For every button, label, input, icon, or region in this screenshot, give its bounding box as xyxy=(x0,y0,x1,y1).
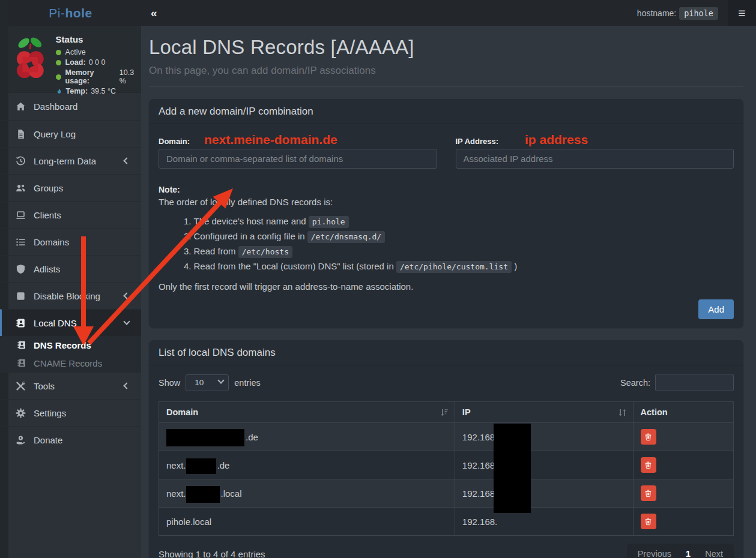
sidebar-collapse-button[interactable]: « xyxy=(151,7,157,19)
status-info: Status Active Load: 0 0 0 Memory usage: … xyxy=(56,32,141,92)
ip-address-input[interactable] xyxy=(456,149,734,169)
chevron-left-icon xyxy=(123,382,130,389)
dns-records-table: Domain IP Action xyxy=(159,401,734,536)
sidebar-item-adlists[interactable]: Adlists xyxy=(0,255,141,282)
sidebar-item-groups[interactable]: Groups xyxy=(0,174,141,201)
trash-icon xyxy=(644,433,652,441)
sidebar-item-label: Disable Blocking xyxy=(34,291,124,301)
note-item-code: /etc/hosts xyxy=(238,246,292,258)
sidebar-item-tools[interactable]: Tools xyxy=(0,372,141,399)
sort-descending-icon[interactable] xyxy=(440,408,449,417)
note-item-text: The device's host name and xyxy=(194,216,309,226)
sidebar-item-dashboard[interactable]: Dashboard xyxy=(0,93,141,120)
note-item-code: /etc/pihole/custom.list xyxy=(396,261,512,273)
sidebar-item-long-term-data[interactable]: Long-term Data xyxy=(0,147,141,174)
sidebar-item-clients[interactable]: Clients xyxy=(0,201,141,228)
list-card-title: List of local DNS domains xyxy=(149,340,743,365)
note-item-text: Configured in a config file in xyxy=(194,231,307,241)
chevron-left-icon xyxy=(123,157,130,164)
entries-select-wrap: 10 xyxy=(186,374,229,391)
delete-record-button[interactable] xyxy=(641,485,656,501)
status-title: Status xyxy=(56,34,141,44)
page-number-button[interactable]: 1 xyxy=(686,549,691,558)
sidebar-item-settings[interactable]: Settings xyxy=(0,399,141,426)
column-header-label: Domain xyxy=(166,407,198,417)
delete-record-button[interactable] xyxy=(641,457,656,473)
sidebar-item-label: Local DNS xyxy=(34,318,124,328)
chevron-down-icon xyxy=(123,318,130,325)
trash-icon xyxy=(644,517,652,526)
column-header-label: IP xyxy=(462,407,471,417)
title-divider xyxy=(149,86,743,86)
note-footer: Only the first record will trigger an ad… xyxy=(159,281,734,292)
sidebar-item-donate[interactable]: Donate xyxy=(0,426,141,453)
action-cell xyxy=(633,508,733,536)
sidebar-item-dns-records[interactable]: DNS Records xyxy=(0,336,141,354)
page-title: Local DNS Records [A/AAAA] xyxy=(149,36,743,59)
ip-annotation-text: ip address xyxy=(525,133,588,146)
domain-cell: next..local xyxy=(159,479,455,508)
ip-label-line: IP Address: ip address xyxy=(456,133,734,149)
domain-cell: next..de xyxy=(159,451,455,479)
pihole-logo xyxy=(14,33,46,83)
sidebar-item-query-log[interactable]: Query Log xyxy=(0,120,141,147)
ip-text: 192.168. xyxy=(462,488,497,499)
column-header-ip[interactable]: IP xyxy=(455,402,633,423)
previous-page-button[interactable]: Previous xyxy=(638,549,671,558)
action-cell xyxy=(633,479,733,508)
note-item-suffix: ) xyxy=(512,261,517,271)
brand[interactable]: Pi-hole xyxy=(0,0,141,26)
tools-icon xyxy=(16,381,26,391)
add-domain-card: Add a new domain/IP combination Domain: … xyxy=(149,99,743,328)
entries-select[interactable]: 10 xyxy=(186,374,229,391)
donate-icon xyxy=(16,435,26,445)
sort-icon[interactable] xyxy=(618,408,627,417)
dns-list-card: List of local DNS domains Show 10 entrie… xyxy=(149,340,743,558)
brand-suffix: hole xyxy=(65,6,92,20)
column-header-domain[interactable]: Domain xyxy=(159,402,455,423)
sidebar-item-label: Query Log xyxy=(34,129,129,139)
note-item-code: pi.hole xyxy=(309,216,349,228)
table-row: next..de 192.168. xyxy=(159,451,734,479)
entries-label: entries xyxy=(234,378,261,388)
delete-record-button[interactable] xyxy=(641,514,656,529)
sidebar-item-label: Long-term Data xyxy=(34,156,124,166)
action-cell xyxy=(633,451,733,479)
sidebar-item-label: CNAME Records xyxy=(34,358,102,368)
sidebar-item-local-dns[interactable]: Local DNS xyxy=(0,309,141,336)
ip-text: 192.168. xyxy=(462,517,497,527)
search-input[interactable] xyxy=(655,374,734,391)
status-panel: Status Active Load: 0 0 0 Memory usage: … xyxy=(0,26,141,93)
redaction-box-ip-column xyxy=(494,424,531,513)
history-icon xyxy=(16,156,26,166)
hamburger-menu-icon[interactable]: ≡ xyxy=(728,0,756,26)
sidebar-item-domains[interactable]: Domains xyxy=(0,228,141,255)
status-row-memory: Memory usage: 10.3 % xyxy=(56,68,141,85)
next-page-button[interactable]: Next xyxy=(705,549,723,558)
sidebar-item-label: Tools xyxy=(34,381,124,391)
add-form-row: Domain: next.meine-domain.de IP Address:… xyxy=(159,133,734,169)
hostname-value: pihole xyxy=(679,7,718,20)
delete-record-button[interactable] xyxy=(641,429,656,445)
status-memory-label: Memory usage: xyxy=(65,68,116,85)
domain-input[interactable] xyxy=(159,149,437,169)
show-entries-control: Show 10 entries xyxy=(159,374,261,391)
note-item-number: 4. xyxy=(184,261,192,271)
note-item-number: 1. xyxy=(184,216,192,226)
table-footer: Showing 1 to 4 of 4 entries Previous 1 N… xyxy=(149,536,743,558)
sidebar-item-cname-records[interactable]: CNAME Records xyxy=(0,354,141,372)
add-card-body: Domain: next.meine-domain.de IP Address:… xyxy=(149,124,743,328)
sidebar-item-disable-blocking[interactable]: Disable Blocking xyxy=(0,282,141,309)
note-item-text: Read from xyxy=(194,246,238,256)
page-subtitle: On this page, you can add domain/IP asso… xyxy=(149,65,743,77)
ip-cell: 192.168. xyxy=(455,508,633,536)
domain-text: next. xyxy=(166,460,186,470)
hostname-display: hostname:pihole xyxy=(637,8,718,18)
sidebar-menu: Dashboard Query Log Long-term Data xyxy=(0,93,141,453)
redaction-box xyxy=(166,429,244,446)
add-button[interactable]: Add xyxy=(698,299,734,319)
ip-cell: 192.168. xyxy=(455,423,633,451)
top-navbar: « hostname:pihole ≡ xyxy=(141,0,756,26)
action-cell xyxy=(633,423,733,451)
chevron-left-icon xyxy=(123,292,130,299)
